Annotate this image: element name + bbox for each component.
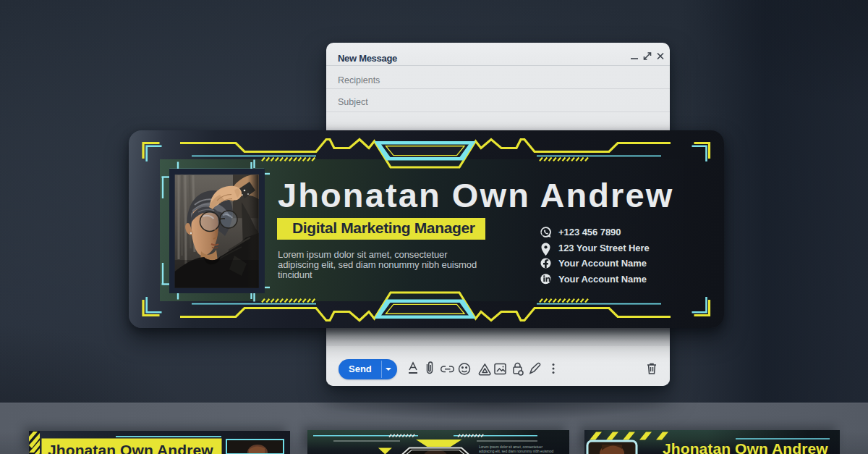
svg-text:Lorem ipsum dolor sit amet, co: Lorem ipsum dolor sit amet, consectetuer [479, 445, 542, 448]
svg-text:adipiscing elit, sed diam nonu: adipiscing elit, sed diam nonummy nibh e… [479, 449, 554, 453]
